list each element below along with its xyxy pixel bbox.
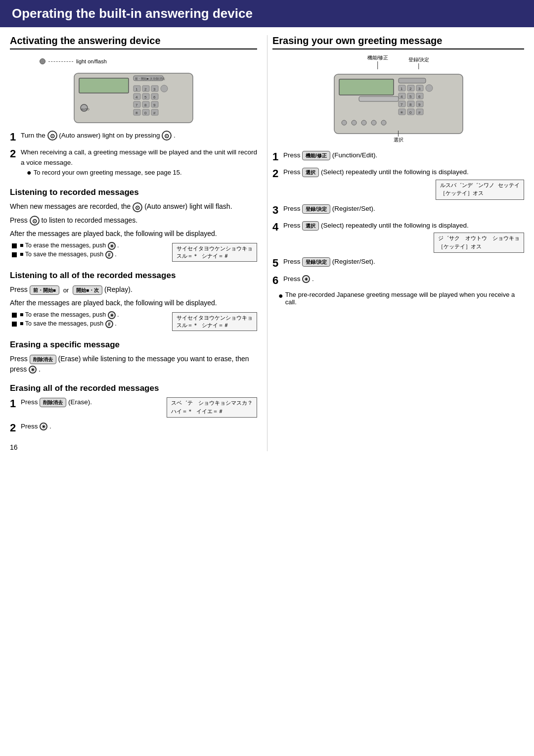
erase-btn-all: 削除消去 (40, 398, 66, 407)
section-erasing-greeting: Erasing your own greeting message 機能/修正 … (272, 35, 524, 306)
svg-text:2: 2 (144, 87, 147, 92)
svg-text:6: 6 (418, 94, 421, 99)
step-4-greeting-num: 4 (272, 221, 283, 234)
arrow-toroku (418, 63, 419, 69)
arrow-sentaku (398, 131, 399, 137)
device-illustration-greeting: 機能/修正 登録/決定 (272, 54, 524, 143)
listening-para2: Press ⊙ to listen to recorded messages. (10, 215, 257, 226)
auto-btn-3: ⊙ (133, 202, 142, 212)
svg-text:3: 3 (418, 87, 421, 91)
label-toroku-group: 登録/決定 (408, 56, 430, 69)
svg-text:1: 1 (135, 87, 138, 92)
svg-text:3: 3 (153, 87, 156, 92)
svg-text:4: 4 (135, 95, 138, 99)
light-on-flash-label: light on/flash (76, 58, 107, 64)
section-erasing-greeting-title: Erasing your own greeting message (272, 35, 524, 49)
svg-point-41 (426, 85, 433, 92)
register-set-btn-2: 登録/決定 (302, 257, 330, 267)
step-6-greeting: 6 Press ✳ . (272, 274, 524, 287)
hash-btn-1: # (105, 251, 113, 259)
note1-listening-all: ■ To erase the messages, push ✳ . (12, 311, 167, 319)
step-2-content: When receiving a call, a greeting messag… (21, 147, 257, 179)
svg-text:5: 5 (144, 95, 147, 99)
step-1-greeting-content: Press 機能/修正 (Function/Edit). (283, 150, 524, 160)
section-erasing-all: Erasing all of the recorded messages 1 ス… (10, 383, 257, 434)
step-3-greeting-content: Press 登録/決定 (Register/Set). (283, 204, 524, 214)
step-6-greeting-num: 6 (272, 274, 283, 287)
star-btn-5: ✳ (302, 275, 310, 283)
select-btn-2: 選択 (302, 221, 319, 231)
auto-btn-2: ⊙ (162, 131, 172, 141)
listening-all-para1: Press 前・開始■ or 開始■・次 (Replay). (10, 284, 257, 295)
step-1-erasing-all-content: スベ゛テ ショウキョシマスカ？ ハイ＝＊ イイエ＝＃ Press 削除消去 (E… (21, 397, 257, 418)
label-sentaku: 選択 (394, 137, 403, 143)
step-2-greeting-content: Press 選択 (Select) repeatedly until the f… (283, 167, 524, 199)
erasing-specific-para: Press 削除消去 (Erase) while listening to th… (10, 354, 257, 375)
page-header: Operating the built-in answering device (0, 0, 534, 27)
device-illustration-activating: light on/flash 前・開始■-次 削除消去 1 2 (10, 54, 257, 124)
step-5-greeting-content: Press 登録/決定 (Register/Set). (283, 257, 524, 267)
label-kinousei: 機能/修正 (367, 54, 389, 61)
step-5-greeting-num: 5 (272, 257, 283, 270)
svg-text:6: 6 (153, 95, 156, 99)
auto-btn-4: ⊙ (30, 216, 40, 226)
display-box-listening-all: サイセイタヨウケンショウキョ スル＝＊ シナイ＝＃ (172, 312, 257, 331)
section-activating: Activating the answering device light on… (10, 35, 257, 179)
function-edit-btn: 機能/修正 (302, 151, 330, 160)
step-1-greeting-num: 1 (272, 150, 283, 163)
svg-text:8: 8 (409, 102, 412, 107)
svg-text:9: 9 (418, 102, 421, 107)
label-sentaku-group: 選択 (394, 131, 403, 143)
device-svg-activating: 前・開始■-次 削除消去 1 2 3 4 5 6 7 8 (69, 63, 198, 128)
star-btn-1: ✳ (108, 242, 116, 250)
register-set-btn-1: 登録/決定 (302, 204, 330, 214)
section-activating-title: Activating the answering device (10, 35, 257, 49)
svg-text:0: 0 (144, 111, 147, 115)
note2-listening-all: ■ To save the messages, push # . (12, 320, 167, 328)
display-box-step4: ジ゛サク オウトウ ショウキョ ［ケッテイ］オス (283, 233, 524, 253)
star-btn-2: ✳ (108, 311, 116, 319)
step-1-content: Turn the ⊙ (Auto answer) light on by pre… (21, 131, 257, 141)
svg-rect-33 (399, 78, 426, 83)
auto-btn-1: ⊙ (47, 131, 57, 141)
svg-text:9: 9 (153, 103, 156, 107)
step-1-activating: 1 Turn the ⊙ (Auto answer) light on by p… (10, 131, 257, 143)
step-2-greeting: 2 Press 選択 (Select) repeatedly until the… (272, 167, 524, 199)
section-erasing-specific-title: Erasing a specific message (10, 340, 257, 350)
left-column: Activating the answering device light on… (10, 35, 267, 451)
replay-btn-1: 前・開始■ (30, 285, 59, 295)
arrow-kinousei (378, 61, 378, 69)
step-3-greeting: 3 Press 登録/決定 (Register/Set). (272, 204, 524, 217)
svg-text:#: # (418, 110, 421, 115)
light-indicator (40, 58, 45, 64)
erase-btn-specific: 削除消去 (30, 355, 56, 364)
svg-text:7: 7 (400, 102, 403, 107)
svg-text:0: 0 (409, 110, 412, 115)
svg-text:8: 8 (144, 103, 147, 107)
svg-text:7: 7 (135, 103, 138, 107)
svg-point-62 (361, 120, 366, 125)
label-kinousei-group: 機能/修正 (367, 54, 389, 69)
step-6-greeting-content: Press ✳ . (283, 274, 524, 284)
step-3-greeting-num: 3 (272, 204, 283, 217)
step-2-greeting-num: 2 (272, 167, 283, 180)
device-labels-top: 機能/修正 登録/決定 (367, 54, 430, 69)
right-column: Erasing your own greeting message 機能/修正 … (267, 35, 524, 451)
step-2-num: 2 (10, 147, 21, 160)
section-erasing-specific: Erasing a specific message Press 削除消去 (E… (10, 340, 257, 375)
step-4-greeting: 4 Press 選択 (Select) repeatedly until the… (272, 221, 524, 253)
svg-text:2: 2 (409, 87, 412, 91)
svg-text:4: 4 (400, 94, 403, 99)
svg-point-60 (342, 120, 347, 125)
select-btn-1: 選択 (302, 168, 319, 177)
label-toroku: 登録/決定 (408, 56, 430, 63)
step-5-greeting: 5 Press 登録/決定 (Register/Set). (272, 257, 524, 270)
listening-all-notes: サイセイタヨウケンショウキョ スル＝＊ シナイ＝＃ ■ To erase the… (10, 311, 257, 331)
svg-point-10 (161, 85, 168, 92)
svg-text:1: 1 (400, 87, 403, 91)
section-listening-title: Listening to recorded messages (10, 188, 257, 197)
svg-text:✳: ✳ (135, 111, 138, 115)
listening-para1: When new messages are recorded, the ⊙ (A… (10, 201, 257, 212)
star-btn-3: ✳ (29, 366, 37, 374)
step-1-erasing-all: 1 スベ゛テ ショウキョシマスカ？ ハイ＝＊ イイエ＝＃ Press 削除消去 … (10, 397, 257, 418)
